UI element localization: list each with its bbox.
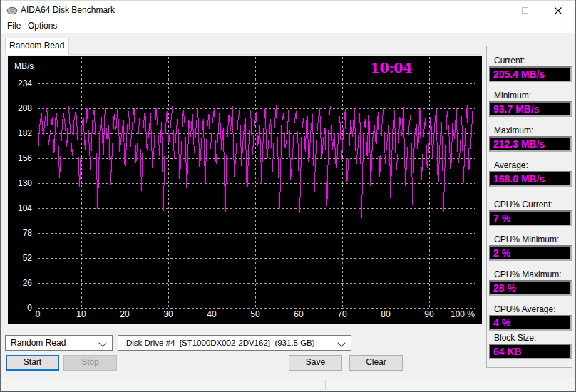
x-axis-label: 60 <box>294 309 304 319</box>
stat-value-box: 205.4 MB/s <box>489 66 572 82</box>
y-axis-label: 0 <box>27 303 32 313</box>
stat-value: 4 % <box>493 317 570 329</box>
benchmark-chart-area: 2342081821561301047852260MB/s01020304050… <box>8 56 482 324</box>
stat-value: 7 % <box>493 212 570 224</box>
y-axis-label: 234 <box>18 78 32 88</box>
stat-value: 28 % <box>493 282 570 294</box>
stat-value-box: 2 % <box>489 245 572 261</box>
aida64-disk-benchmark-window: AIDA64 Disk Benchmark File Options Rando… <box>0 0 576 392</box>
tab-random-read[interactable]: Random Read <box>5 38 69 55</box>
status-bar <box>1 378 575 391</box>
stat-value-box: 4 % <box>489 315 572 331</box>
y-axis-label: 130 <box>18 178 32 188</box>
save-button[interactable]: Save <box>289 355 342 371</box>
chevron-down-icon <box>98 339 106 346</box>
x-axis-label: 70 <box>337 309 347 319</box>
stat-value-box: 212.3 MB/s <box>489 136 572 152</box>
stat-value-box: 93.7 MB/s <box>489 101 572 117</box>
stat-label: CPU% Average: <box>494 304 556 314</box>
tab-strip-line <box>5 54 482 55</box>
y-axis-unit-label: MB/s <box>14 61 34 71</box>
y-axis-label: 52 <box>23 253 33 263</box>
benchmark-chart: 2342081821561301047852260MB/s01020304050… <box>8 56 482 324</box>
stat-label: Average: <box>494 160 528 170</box>
stat-value: 212.3 MB/s <box>493 138 570 150</box>
x-axis-label: 0 <box>36 309 41 319</box>
stat-label: CPU% Maximum: <box>494 269 562 279</box>
window-border-top <box>0 0 576 1</box>
window-border-left <box>0 0 1 392</box>
menu-file[interactable]: File <box>7 20 21 33</box>
stat-value: 93.7 MB/s <box>493 103 570 115</box>
stat-value: 168.0 MB/s <box>493 173 570 185</box>
stat-value-box: 64 KB <box>489 344 572 359</box>
maximize-icon <box>522 7 528 14</box>
x-axis-label: 80 <box>381 309 391 319</box>
x-axis-label: 30 <box>163 309 173 319</box>
y-axis-label: 78 <box>23 228 33 238</box>
stat-value: 2 % <box>493 247 570 259</box>
x-axis-label: 40 <box>207 309 217 319</box>
x-axis-label: 50 <box>250 309 260 319</box>
x-axis-label: 100 % <box>451 309 475 319</box>
menu-bar: File Options <box>1 20 575 33</box>
benchmark-type-select[interactable]: Random Read <box>5 335 113 351</box>
x-axis-label: 90 <box>424 309 434 319</box>
title-bar: AIDA64 Disk Benchmark <box>1 1 575 20</box>
stat-label: CPU% Minimum: <box>494 234 559 244</box>
drive-select[interactable]: Disk Drive #4 [ST1000DX002-2DV162] (931.… <box>118 335 351 351</box>
stat-value-box: 7 % <box>489 210 572 226</box>
start-button[interactable]: Start <box>6 355 59 371</box>
menu-options[interactable]: Options <box>28 20 57 33</box>
stat-value: 205.4 MB/s <box>493 68 570 80</box>
close-icon <box>555 7 562 14</box>
y-axis-label: 156 <box>18 153 32 163</box>
stat-value-box: 168.0 MB/s <box>489 171 572 187</box>
chevron-down-icon <box>337 339 345 346</box>
status-bar-separator <box>325 379 326 390</box>
stat-label: Current: <box>494 56 525 66</box>
x-axis-label: 10 <box>76 309 86 319</box>
stat-value: 64 KB <box>493 346 570 357</box>
app-disk-icon <box>6 5 18 16</box>
stat-label: Minimum: <box>494 91 531 100</box>
maximize-button[interactable] <box>509 1 541 20</box>
stat-label: CPU% Current: <box>494 200 553 210</box>
y-axis-label: 104 <box>18 203 32 213</box>
y-axis-label: 182 <box>18 128 32 138</box>
stat-label: Maximum: <box>494 125 533 135</box>
stat-value-box: 28 % <box>489 280 572 296</box>
close-button[interactable] <box>541 1 575 20</box>
x-axis-label: 20 <box>120 309 130 319</box>
clear-button[interactable]: Clear <box>349 355 403 371</box>
y-axis-label: 208 <box>18 103 32 113</box>
y-axis-label: 26 <box>23 278 33 288</box>
elapsed-timer: 10:04 <box>371 60 412 76</box>
stats-panel: Current:205.4 MB/sMinimum:93.7 MB/sMaxim… <box>486 46 572 368</box>
minimize-icon <box>489 11 497 11</box>
window-title: AIDA64 Disk Benchmark <box>21 1 115 20</box>
stat-label: Block Size: <box>494 333 536 343</box>
minimize-button[interactable] <box>477 1 509 20</box>
stop-button[interactable]: Stop <box>63 355 117 371</box>
